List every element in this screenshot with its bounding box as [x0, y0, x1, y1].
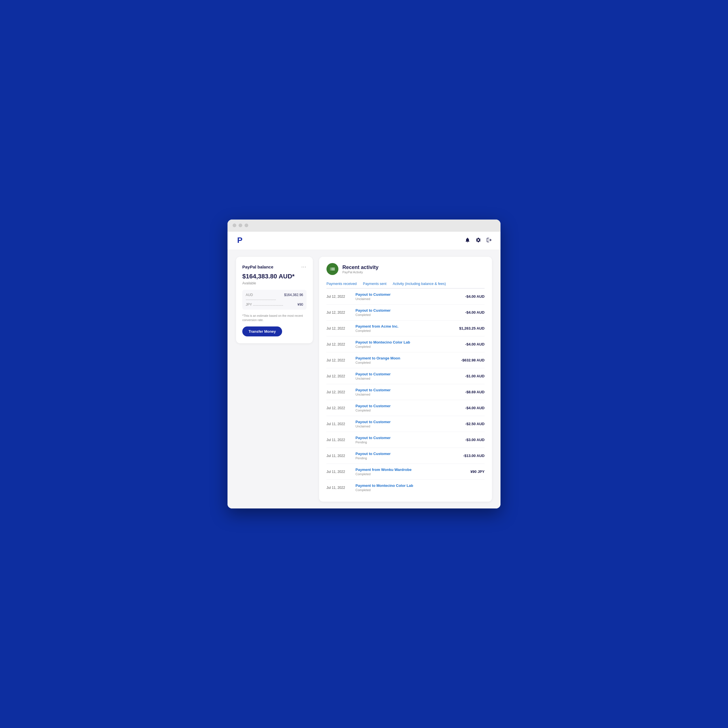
tx-status: Pending	[355, 440, 462, 444]
tx-status: Unclaimed	[355, 393, 462, 396]
balance-options-button[interactable]: ⋯	[301, 264, 307, 270]
tx-name[interactable]: Payout to Customer	[355, 451, 460, 456]
tx-date: Jul 11, 2022	[326, 470, 352, 474]
tx-name[interactable]: Payout to Customer	[355, 308, 462, 312]
tx-amount: ¥90 JPY	[470, 470, 485, 474]
activity-title: Recent activity	[343, 265, 378, 271]
browser-dot-3	[245, 223, 248, 227]
tx-details: Payout to Customer Pending	[355, 436, 462, 444]
tx-amount: -$1.00 AUD	[465, 374, 485, 378]
currency-rows: AUD ................................ $16…	[242, 290, 307, 310]
svg-text:P: P	[237, 236, 243, 245]
aud-value: $164,382.96	[284, 293, 303, 301]
tx-name[interactable]: Payout to Customer	[355, 404, 462, 408]
balance-amount: $164,383.80 AUD*	[242, 273, 307, 280]
table-row: Jul 11, 2022 Payout to Customer Unclaime…	[326, 416, 485, 432]
tx-date: Jul 12, 2022	[326, 390, 352, 394]
tx-name[interactable]: Payment from Wonku Wardrobe	[355, 468, 467, 472]
tx-status: Completed	[355, 361, 457, 364]
tx-details: Payment from Wonku Wardrobe Completed	[355, 468, 467, 476]
tx-date: Jul 12, 2022	[326, 326, 352, 330]
tab-payments-sent[interactable]: Payments sent	[363, 280, 387, 289]
table-row: Jul 11, 2022 Payout to Customer Pending …	[326, 448, 485, 464]
tx-status: Completed	[355, 488, 481, 492]
paypal-logo: P	[236, 236, 245, 246]
estimate-note: *This is an estimate based on the most r…	[242, 314, 307, 322]
tx-status: Completed	[355, 329, 456, 332]
tx-details: Payout to Customer Completed	[355, 404, 462, 412]
aud-code: AUD ................................	[246, 293, 284, 301]
tx-name[interactable]: Payout to Customer	[355, 420, 462, 424]
tx-amount: -$4.00 AUD	[465, 406, 485, 410]
table-row: Jul 12, 2022 Payment from Acme Inc. Comp…	[326, 321, 485, 336]
tx-date: Jul 12, 2022	[326, 406, 352, 410]
tx-amount: -$4.00 AUD	[465, 310, 485, 315]
currency-row-jpy: JPY ................................ ¥90	[246, 302, 303, 307]
nav-icons	[465, 237, 492, 244]
table-row: Jul 11, 2022 Payment from Wonku Wardrobe…	[326, 464, 485, 480]
tx-status: Unclaimed	[355, 377, 462, 380]
tx-amount: -$632.98 AUD	[461, 358, 485, 362]
table-row: Jul 12, 2022 Payout to Customer Complete…	[326, 400, 485, 416]
tx-amount: -$4.00 AUD	[465, 294, 485, 298]
tx-details: Payment from Acme Inc. Completed	[355, 324, 456, 332]
tx-date: Jul 11, 2022	[326, 454, 352, 458]
balance-available-label: Available	[242, 281, 307, 285]
tab-payments-received[interactable]: Payments received	[326, 280, 356, 289]
tx-date: Jul 11, 2022	[326, 438, 352, 442]
tx-status: Completed	[355, 408, 462, 412]
activity-card: Recent activity PayPal Activity Payments…	[319, 257, 492, 502]
logout-icon[interactable]	[486, 237, 492, 244]
table-row: Jul 11, 2022 Payment to Montecino Color …	[326, 480, 485, 496]
tx-status: Completed	[355, 345, 462, 348]
currency-row-aud: AUD ................................ $16…	[246, 292, 303, 302]
tx-name[interactable]: Payout to Customer	[355, 388, 462, 392]
tx-name[interactable]: Payout to Customer	[355, 372, 462, 376]
activity-subtitle: PayPal Activity	[343, 271, 378, 274]
tx-amount: -$2.50 AUD	[465, 422, 485, 426]
tx-name[interactable]: Payout to Customer	[355, 436, 462, 440]
table-row: Jul 11, 2022 Payout to Customer Pending …	[326, 432, 485, 448]
tab-activity-all[interactable]: Activity (including balance & fees)	[393, 280, 446, 289]
tx-name[interactable]: Payout to Customer	[355, 292, 462, 297]
browser-window: P PayPal balance	[228, 220, 500, 508]
activity-header: Recent activity PayPal Activity	[326, 263, 485, 275]
transfer-money-button[interactable]: Transfer Money	[242, 326, 282, 336]
tx-date: Jul 12, 2022	[326, 295, 352, 298]
tx-name[interactable]: Payment to Orange Moon	[355, 356, 457, 360]
tx-name[interactable]: Payment to Montecino Color Lab	[355, 483, 481, 488]
tx-amount: $1,263.25 AUD	[459, 326, 485, 330]
tx-details: Payout to Customer Unclaimed	[355, 372, 462, 380]
table-row: Jul 12, 2022 Payout to Customer Unclaime…	[326, 289, 485, 304]
tx-amount: -$8.69 AUD	[465, 390, 485, 394]
jpy-value: ¥90	[297, 303, 303, 307]
tx-date: Jul 11, 2022	[326, 422, 352, 426]
tx-date: Jul 12, 2022	[326, 343, 352, 346]
table-row: Jul 12, 2022 Payout to Customer Complete…	[326, 304, 485, 321]
browser-chrome	[228, 220, 500, 231]
tx-status: Unclaimed	[355, 425, 462, 428]
tx-details: Payout to Customer Pending	[355, 451, 460, 460]
activity-tabs: Payments received Payments sent Activity…	[326, 280, 485, 289]
tx-amount: -$13.00 AUD	[463, 454, 485, 458]
tx-date: Jul 12, 2022	[326, 358, 352, 362]
tx-status: Completed	[355, 473, 467, 476]
balance-card: PayPal balance ⋯ $164,383.80 AUD* Availa…	[236, 257, 313, 343]
browser-dot-2	[239, 223, 242, 227]
transactions-list: Jul 12, 2022 Payout to Customer Unclaime…	[326, 289, 485, 496]
tx-amount: -$3.00 AUD	[465, 437, 485, 442]
tx-name[interactable]: Payout to Montecino Color Lab	[355, 340, 462, 344]
main-content: PayPal balance ⋯ $164,383.80 AUD* Availa…	[228, 250, 500, 508]
bell-icon[interactable]	[465, 237, 470, 244]
tx-details: Payout to Customer Unclaimed	[355, 292, 462, 301]
table-row: Jul 12, 2022 Payout to Customer Unclaime…	[326, 368, 485, 384]
gear-icon[interactable]	[476, 237, 481, 244]
tx-details: Payout to Montecino Color Lab Completed	[355, 340, 462, 348]
tx-details: Payout to Customer Completed	[355, 308, 462, 317]
activity-icon-circle	[326, 263, 338, 275]
tx-name[interactable]: Payment from Acme Inc.	[355, 324, 456, 329]
nav-bar: P	[228, 231, 500, 250]
tx-amount: -$4.00 AUD	[465, 342, 485, 346]
jpy-code: JPY ................................	[246, 303, 283, 307]
tx-status: Completed	[355, 313, 462, 317]
